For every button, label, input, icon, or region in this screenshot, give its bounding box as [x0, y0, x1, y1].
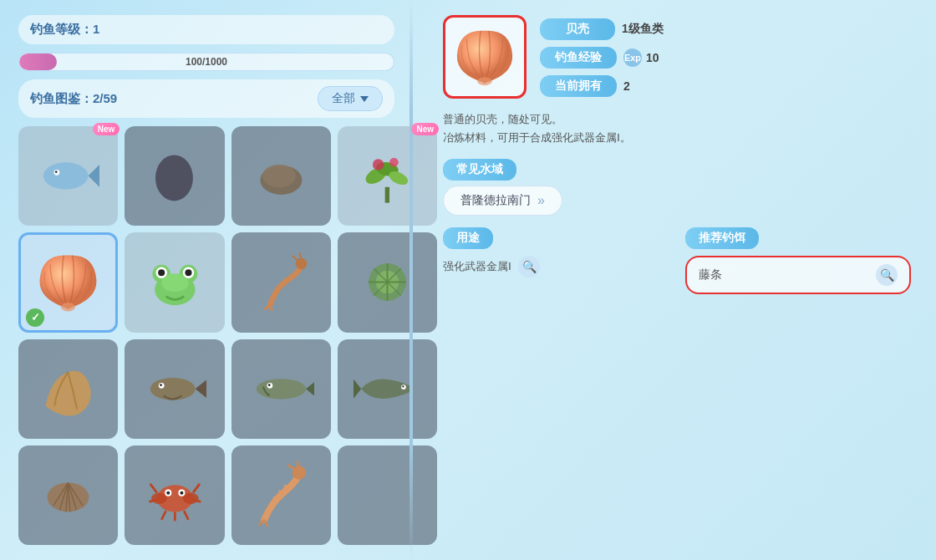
exp-row: 钓鱼经验 Exp 10	[540, 47, 911, 69]
svg-point-51	[166, 491, 170, 495]
fish-cell-10[interactable]	[231, 339, 331, 439]
fish-cell-2[interactable]	[231, 126, 331, 226]
usage-section: 用途 强化武器金属Ⅰ 🔍	[443, 227, 669, 277]
fish-icon-0	[34, 142, 102, 210]
svg-line-56	[184, 511, 188, 520]
fish-cell-7[interactable]	[338, 232, 437, 332]
rock-egg-icon	[143, 145, 206, 207]
bait-section-label: 推荐钓饵	[685, 227, 759, 249]
svg-line-48	[192, 484, 199, 493]
item-stats: 贝壳 1级鱼类 钓鱼经验 Exp 10 当前拥有 2	[540, 15, 911, 97]
fish-cell-14[interactable]	[231, 445, 331, 545]
bait-search-button[interactable]: 🔍	[876, 264, 898, 286]
habitat-button[interactable]: 普隆德拉南门 »	[443, 186, 562, 216]
owned-row: 当前拥有 2	[540, 75, 911, 97]
svg-point-60	[477, 77, 492, 85]
bottom-section: 用途 强化武器金属Ⅰ 🔍 推荐钓饵 藤条 🔍	[443, 227, 911, 294]
svg-line-24	[299, 252, 302, 258]
desc-line1: 普通的贝壳，随处可见。	[443, 110, 911, 129]
svg-point-6	[262, 165, 296, 187]
fish-cell-8[interactable]	[18, 339, 118, 439]
filter-label: 全部	[332, 91, 355, 106]
svg-marker-36	[306, 379, 315, 398]
bait-name: 藤条	[699, 267, 722, 283]
new-badge-0: New	[93, 123, 120, 135]
fish-cell-6[interactable]	[231, 232, 331, 332]
item-name-label: 贝壳	[540, 18, 615, 40]
new-badge-3: New	[411, 123, 439, 135]
right-panel: 贝壳 1级鱼类 钓鱼经验 Exp 10 当前拥有 2 普通的贝壳，随处可见。 冶…	[410, 0, 936, 560]
collection-bar: 钓鱼图鉴：2/59 全部	[18, 79, 394, 118]
svg-point-20	[185, 269, 191, 276]
usage-text: 强化武器金属Ⅰ	[443, 259, 511, 274]
habitat-section: 常见水域 普隆德拉南门 »	[443, 159, 911, 216]
fish-cell-11[interactable]	[338, 339, 437, 439]
svg-point-0	[43, 162, 89, 189]
shell-icon-selected	[33, 247, 104, 318]
panel-divider	[410, 0, 413, 560]
svg-line-23	[292, 256, 298, 260]
usage-section-label: 用途	[443, 227, 493, 249]
left-panel: 钓鱼等级：1 100/1000 钓鱼图鉴：2/59 全部 New	[0, 0, 410, 560]
item-shell-image	[452, 24, 517, 89]
collection-label: 钓鱼图鉴：2/59	[30, 91, 117, 107]
svg-point-38	[268, 384, 271, 386]
desc-line2: 冶炼材料，可用于合成强化武器金属Ⅰ。	[443, 129, 911, 147]
fish2-icon	[141, 355, 209, 423]
svg-line-58	[287, 465, 294, 469]
svg-marker-1	[89, 165, 99, 187]
frog-icon	[141, 249, 209, 317]
svg-rect-7	[385, 187, 389, 203]
bait-section: 推荐钓饵 藤条 🔍	[685, 227, 911, 294]
exp-star-icon: Exp	[623, 48, 642, 67]
habitat-name: 普隆德拉南门	[460, 193, 531, 208]
double-arrow-icon: »	[537, 193, 545, 208]
svg-point-12	[389, 158, 399, 167]
item-header: 贝壳 1级鱼类 钓鱼经验 Exp 10 当前拥有 2	[443, 15, 911, 99]
svg-point-44	[151, 493, 167, 504]
svg-point-41	[402, 385, 404, 387]
shrimp-small-icon	[247, 249, 315, 317]
xp-bar-container: 100/1000	[18, 53, 394, 71]
rock-icon	[250, 145, 313, 207]
item-image-box	[443, 15, 526, 99]
fish-cell-5[interactable]	[125, 232, 224, 332]
crab-icon	[141, 461, 209, 529]
bait-box: 藤条 🔍	[685, 256, 911, 294]
name-row: 贝壳 1级鱼类	[540, 18, 911, 40]
fish-cell-1[interactable]	[125, 126, 224, 226]
shell3-icon	[37, 464, 99, 527]
svg-line-46	[150, 484, 156, 493]
fish-cell-0[interactable]: New	[18, 126, 118, 226]
fish-cell-3[interactable]: New	[338, 126, 437, 226]
svg-point-4	[155, 155, 193, 201]
exp-number: 10	[646, 51, 659, 64]
item-description: 普通的贝壳，随处可见。 冶炼材料，可用于合成强化武器金属Ⅰ。	[443, 110, 911, 147]
svg-point-45	[182, 493, 198, 504]
svg-point-13	[61, 303, 75, 312]
exp-label: 钓鱼经验	[540, 47, 617, 69]
item-rank-value: 1级鱼类	[622, 22, 664, 37]
svg-point-53	[180, 491, 183, 495]
svg-point-3	[55, 171, 58, 174]
exp-value: Exp 10	[623, 48, 659, 67]
chevron-down-icon	[360, 96, 369, 102]
svg-point-19	[158, 269, 165, 276]
filter-button[interactable]: 全部	[318, 86, 383, 111]
fish-cell-12[interactable]	[18, 445, 118, 545]
svg-point-31	[150, 378, 195, 400]
svg-point-21	[161, 273, 188, 292]
usage-search-button[interactable]: 🔍	[518, 256, 540, 277]
fish3-icon	[247, 355, 315, 423]
fish-cell-15	[338, 445, 437, 545]
fish-cell-13[interactable]	[125, 445, 224, 545]
fish-cell-4[interactable]	[18, 232, 118, 332]
svg-point-11	[373, 159, 384, 170]
habitat-section-label: 常见水域	[443, 159, 516, 181]
xp-bar-fill	[19, 53, 57, 70]
fish-grid: New New	[18, 126, 394, 545]
svg-point-34	[160, 384, 162, 386]
fish-cell-9[interactable]	[125, 339, 224, 439]
svg-line-54	[161, 511, 165, 520]
owned-label: 当前拥有	[540, 75, 617, 97]
